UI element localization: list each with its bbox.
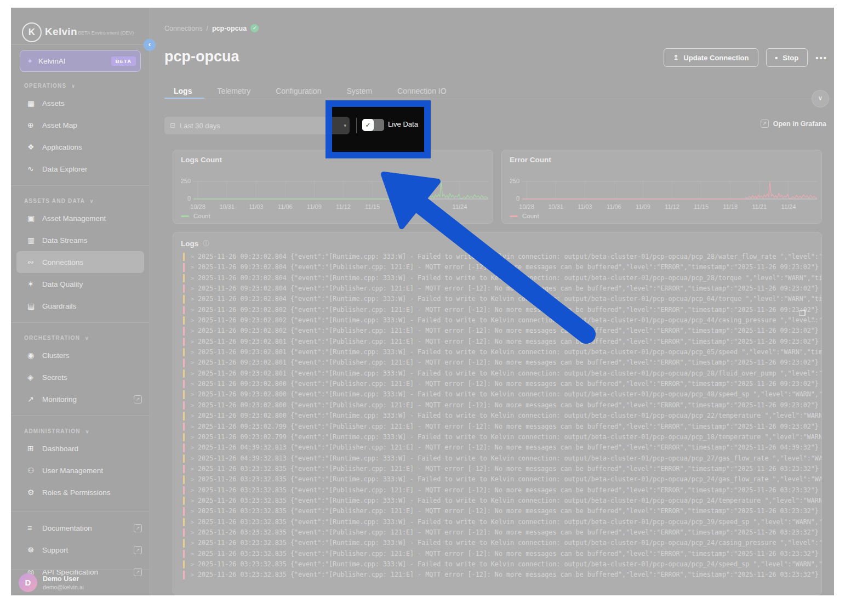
log-expand-chevron[interactable]: > [191,476,194,482]
log-line[interactable]: >2025-11-26 03:23:32.835 {"event":"[Publ… [183,527,821,538]
sidebar-item-guardrails[interactable]: ▤Guardrails [11,295,150,317]
log-expand-chevron[interactable]: > [191,445,194,451]
live-data-toggle[interactable]: ✓ [362,119,384,131]
log-expand-chevron[interactable]: > [191,371,194,377]
log-line[interactable]: >2025-11-26 04:39:32.813 {"event":"[Runt… [183,453,821,464]
log-line[interactable]: >2025-11-26 03:23:32.835 {"event":"[Runt… [183,517,821,527]
log-line[interactable]: >2025-11-26 03:23:32.835 {"event":"[Runt… [183,538,821,548]
sidebar-item-data-streams[interactable]: ▥Data Streams [11,229,150,251]
update-connection-button[interactable]: ↥ Update Connection [664,48,758,67]
log-line[interactable]: >2025-11-26 09:23:02.799 {"event":"[Publ… [183,422,821,432]
tab-connection-io[interactable]: Connection IO [385,84,459,99]
log-line[interactable]: >2025-11-26 09:23:02.799 {"event":"[Runt… [183,432,821,442]
log-line[interactable]: >2025-11-26 09:23:02.801 {"event":"[Publ… [183,357,821,368]
log-line[interactable]: >2025-11-26 03:23:32.835 {"event":"[Runt… [183,496,821,506]
log-expand-chevron[interactable]: > [191,339,194,345]
log-expand-chevron[interactable]: > [191,275,194,281]
log-line[interactable]: >2025-11-26 09:23:02.800 {"event":"[Publ… [183,379,821,389]
user-profile[interactable]: D Demo User demo@kelvin.ai [11,570,150,595]
log-line[interactable]: >2025-11-26 09:23:02.800 {"event":"[Publ… [183,400,821,411]
sidebar-item-roles-permissions[interactable]: ⚙Roles & Permissions [11,481,150,503]
log-expand-chevron[interactable]: > [191,286,194,292]
log-line[interactable]: >2025-11-26 09:23:02.801 {"event":"[Runt… [183,368,821,379]
log-line[interactable]: >2025-11-26 03:23:32.835 {"event":"[Publ… [183,464,821,474]
stop-button[interactable]: ■ Stop [766,48,808,67]
log-line[interactable]: >2025-11-26 09:23:02.802 {"event":"[Publ… [183,305,821,315]
log-line[interactable]: >2025-11-26 09:23:02.802 {"event":"[Publ… [183,326,821,336]
log-expand-chevron[interactable]: > [191,317,194,323]
log-expand-chevron[interactable]: > [191,572,194,578]
log-line[interactable]: >2025-11-26 09:23:02.800 {"event":"[Runt… [183,389,821,400]
log-line[interactable]: >2025-11-26 03:23:32.835 {"event":"[Publ… [183,506,821,516]
log-expand-chevron[interactable]: > [191,530,194,536]
log-line[interactable]: >2025-11-26 09:23:02.804 {"event":"[Publ… [183,262,821,272]
log-expand-chevron[interactable]: > [191,434,194,440]
log-expand-chevron[interactable]: > [191,328,194,334]
sidebar-collapse-button[interactable]: ‹ [144,39,156,51]
log-expand-chevron[interactable]: > [191,561,194,567]
section-orchestration[interactable]: ORCHESTRATION ∨ [11,328,150,344]
log-expand-chevron[interactable]: > [191,413,194,419]
log-line[interactable]: >2025-11-26 09:23:02.804 {"event":"[Runt… [183,273,821,283]
tab-configuration[interactable]: Configuration [263,84,334,99]
log-expand-chevron[interactable]: > [191,508,194,514]
sidebar-item-kelvinai[interactable]: ✦ KelvinAI BETA [20,50,141,72]
log-expand-chevron[interactable]: > [191,466,194,472]
log-line[interactable]: >2025-11-26 09:23:02.804 {"event":"[Runt… [183,252,821,262]
sidebar-item-asset-map[interactable]: ⊕Asset Map [11,114,150,136]
open-in-grafana-link[interactable]: ↗ Open in Grafana [761,120,826,128]
log-line[interactable]: >2025-11-26 09:23:02.801 {"event":"[Runt… [183,347,821,357]
log-line[interactable]: >2025-11-26 09:23:02.802 {"event":"[Runt… [183,315,821,326]
log-expand-chevron[interactable]: > [191,391,194,397]
date-range-select[interactable]: ⊟ Last 30 days [164,117,346,134]
log-line[interactable]: >2025-11-26 04:39:32.813 {"event":"[Publ… [183,442,821,453]
tab-system[interactable]: System [334,84,385,99]
log-line[interactable]: >2025-11-26 03:23:32.835 {"event":"[Publ… [183,485,821,496]
sidebar-item-documentation[interactable]: ≡Documentation↗ [11,517,150,539]
tabs-expand-chevron[interactable]: ∨ [812,90,829,107]
sidebar-item-asset-management[interactable]: ▣Asset Management [11,207,150,229]
log-line[interactable]: >2025-11-26 03:23:32.835 {"event":"[Runt… [183,474,821,485]
tab-logs[interactable]: Logs [164,84,204,99]
log-expand-chevron[interactable]: > [191,296,194,302]
log-expand-chevron[interactable]: > [191,381,194,387]
log-expand-chevron[interactable]: > [191,254,194,260]
log-line[interactable]: >2025-11-26 09:23:02.804 {"event":"[Publ… [183,283,821,294]
sidebar-item-assets[interactable]: ▦Assets [11,92,150,114]
section-assets-and-data[interactable]: ASSETS AND DATA ∨ [11,191,150,207]
sidebar-item-applications[interactable]: ❖Applications [11,136,150,158]
log-line[interactable]: >2025-11-26 03:23:32.835 {"event":"[Runt… [183,559,821,570]
log-expand-chevron[interactable]: > [191,424,194,430]
sidebar-item-secrets[interactable]: ◈Secrets [11,366,150,388]
sidebar-item-dashboard[interactable]: ⊞Dashboard [11,437,150,459]
sidebar-item-monitoring[interactable]: ↗Monitoring↗ [11,388,150,410]
section-operations[interactable]: OPERATIONS ∨ [11,76,150,92]
log-expand-chevron[interactable]: > [191,498,194,504]
log-expand-chevron[interactable]: > [191,264,194,270]
sidebar-item-support[interactable]: ☸Support↗ [11,539,150,561]
log-expand-chevron[interactable]: > [191,360,194,366]
log-expand-chevron[interactable]: > [191,487,194,493]
log-expand-chevron[interactable]: > [191,540,194,546]
log-line[interactable]: >2025-11-26 09:23:02.800 {"event":"[Runt… [183,411,821,421]
info-icon[interactable]: ⓘ [203,239,209,248]
breadcrumb-connections[interactable]: Connections [164,25,203,32]
log-expand-chevron[interactable]: > [191,519,194,525]
sidebar-item-data-quality[interactable]: ✶Data Quality [11,273,150,295]
log-line[interactable]: >2025-11-26 03:23:32.835 {"event":"[Publ… [183,570,821,580]
log-expand-chevron[interactable]: > [191,307,194,313]
log-expand-chevron[interactable]: > [191,551,194,557]
log-line[interactable]: >2025-11-26 03:23:32.835 {"event":"[Publ… [183,549,821,559]
section-administration[interactable]: ADMINISTRATION ∨ [11,422,150,437]
sidebar-item-user-management[interactable]: ⚇User Management [11,459,150,481]
sidebar-item-clusters[interactable]: ◉Clusters [11,344,150,366]
sidebar-item-connections[interactable]: ∾Connections [16,251,144,273]
log-line[interactable]: >2025-11-26 09:23:02.801 {"event":"[Publ… [183,337,821,347]
tab-telemetry[interactable]: Telemetry [204,84,263,99]
sidebar-item-data-explorer[interactable]: ∿Data Explorer [11,158,150,180]
log-expand-chevron[interactable]: > [191,402,194,408]
log-expand-chevron[interactable]: > [191,456,194,462]
log-expand-chevron[interactable]: > [191,349,194,355]
log-line[interactable]: >2025-11-26 09:23:02.804 {"event":"[Runt… [183,294,821,304]
more-menu-button[interactable]: ••• [815,53,827,62]
